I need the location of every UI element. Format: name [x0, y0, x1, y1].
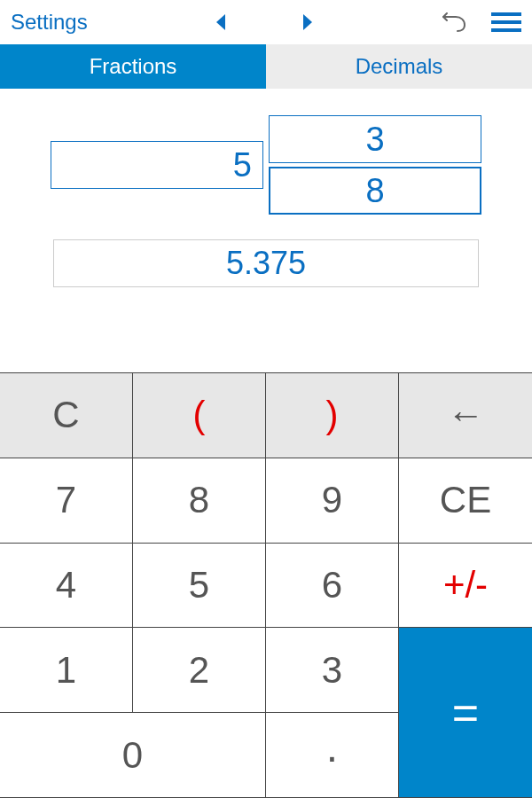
fraction-stack: 3 8 [269, 115, 481, 215]
nav-arrows-group [88, 12, 442, 32]
settings-link[interactable]: Settings [11, 10, 88, 35]
whole-number-input[interactable]: 5 [51, 141, 263, 189]
denominator-input[interactable]: 8 [269, 167, 481, 215]
digit-2-button[interactable]: 2 [133, 628, 266, 713]
nav-next-icon[interactable] [300, 12, 314, 32]
clear-entry-button[interactable]: CE [399, 458, 532, 544]
svg-marker-1 [303, 14, 312, 30]
sign-toggle-button[interactable]: +/- [399, 544, 532, 629]
digit-5-button[interactable]: 5 [133, 544, 266, 629]
undo-icon[interactable] [442, 12, 466, 33]
nav-prev-icon[interactable] [215, 12, 229, 32]
header-right-group [442, 12, 521, 33]
backspace-button[interactable]: ← [399, 373, 532, 458]
app-header: Settings [0, 0, 532, 44]
display-area: 5 3 8 5.375 [0, 89, 532, 296]
fraction-input-row: 5 3 8 [35, 115, 497, 215]
digit-3-button[interactable]: 3 [266, 628, 399, 713]
clear-button[interactable]: C [0, 373, 133, 458]
mode-tabs: Fractions Decimals [0, 44, 532, 89]
digit-0-button[interactable]: 0 [0, 713, 266, 798]
digit-1-button[interactable]: 1 [0, 628, 133, 713]
tab-decimals[interactable]: Decimals [266, 44, 532, 89]
numerator-input[interactable]: 3 [269, 115, 481, 163]
digit-8-button[interactable]: 8 [133, 458, 266, 544]
digit-9-button[interactable]: 9 [266, 458, 399, 544]
equals-button[interactable]: = [399, 628, 532, 798]
digit-6-button[interactable]: 6 [266, 544, 399, 629]
tab-fractions[interactable]: Fractions [0, 44, 266, 89]
keypad: C ( ) ← 7 8 9 CE 4 5 6 +/- 1 2 3 = 0 . [0, 372, 532, 798]
result-display: 5.375 [53, 239, 479, 287]
svg-marker-0 [216, 14, 225, 30]
menu-icon[interactable] [491, 12, 521, 32]
left-paren-button[interactable]: ( [133, 373, 266, 458]
right-paren-button[interactable]: ) [266, 373, 399, 458]
digit-4-button[interactable]: 4 [0, 544, 133, 629]
digit-7-button[interactable]: 7 [0, 458, 133, 544]
decimal-point-button[interactable]: . [266, 713, 399, 798]
